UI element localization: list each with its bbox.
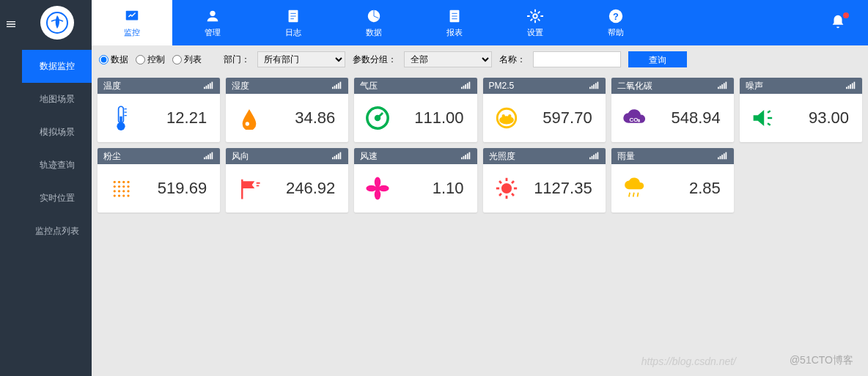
notifications-button[interactable] bbox=[830, 14, 868, 32]
card-body: 1.10 bbox=[354, 164, 477, 213]
signal-icon bbox=[204, 151, 214, 162]
svg-rect-78 bbox=[332, 157, 334, 159]
tab-settings[interactable]: 设置 bbox=[495, 0, 575, 45]
svg-point-101 bbox=[501, 183, 511, 193]
name-input[interactable] bbox=[533, 51, 621, 67]
svg-rect-36 bbox=[593, 84, 595, 89]
metric-card[interactable]: 湿度 34.86 bbox=[226, 78, 348, 142]
radio-list[interactable]: 列表 bbox=[172, 54, 202, 66]
metric-card[interactable]: 雨量 2.85 bbox=[611, 148, 734, 213]
sidebar-item-sim-scene[interactable]: 模拟场景 bbox=[22, 116, 92, 149]
group-select[interactable]: 全部 bbox=[404, 51, 492, 67]
sidebar-item-monitor-list[interactable]: 监控点列表 bbox=[22, 215, 92, 248]
signal-icon bbox=[461, 151, 471, 162]
svg-point-71 bbox=[118, 190, 120, 192]
card-body: 34.86 bbox=[226, 94, 348, 142]
metric-value: 93.00 bbox=[809, 108, 849, 128]
metric-card[interactable]: 温度 12.21 bbox=[98, 78, 220, 142]
svg-point-41 bbox=[501, 114, 504, 117]
svg-point-62 bbox=[114, 181, 116, 183]
metric-card[interactable]: 二氧化碳 CO₂ 548.94 bbox=[611, 78, 734, 142]
svg-rect-90 bbox=[468, 152, 470, 159]
svg-rect-47 bbox=[725, 81, 727, 89]
card-body: 519.69 bbox=[98, 164, 220, 213]
card-body: 597.70 bbox=[483, 94, 606, 142]
svg-line-106 bbox=[499, 181, 501, 183]
svg-line-109 bbox=[512, 181, 514, 183]
chart-icon bbox=[124, 8, 140, 24]
radio-control[interactable]: 控制 bbox=[136, 54, 165, 66]
svg-rect-112 bbox=[721, 155, 723, 159]
svg-line-116 bbox=[633, 193, 633, 197]
metric-value: 1127.35 bbox=[534, 179, 592, 198]
dept-label: 部门： bbox=[224, 54, 250, 66]
svg-point-68 bbox=[122, 185, 125, 188]
hamburger-icon[interactable] bbox=[5, 18, 17, 32]
svg-rect-99 bbox=[595, 153, 597, 159]
signal-icon bbox=[204, 81, 214, 92]
signal-icon bbox=[332, 81, 342, 92]
card-title: 风速 bbox=[360, 150, 378, 163]
tab-label: 帮助 bbox=[608, 27, 624, 38]
signal-icon bbox=[589, 81, 600, 92]
card-body: 111.00 bbox=[354, 94, 477, 142]
metric-icon bbox=[622, 175, 648, 202]
tab-report[interactable]: 报表 bbox=[414, 0, 495, 45]
tab-monitor[interactable]: 监控 bbox=[92, 0, 172, 45]
metric-card[interactable]: 粉尘 519.69 bbox=[98, 148, 220, 213]
metric-card[interactable]: 噪声 93.00 bbox=[740, 78, 862, 142]
side-menu: 数据监控 地图场景 模拟场景 轨迹查询 实时位置 监控点列表 bbox=[22, 0, 92, 376]
query-button[interactable]: 查询 bbox=[628, 51, 687, 67]
card-body: 1127.35 bbox=[483, 164, 606, 213]
card-title: 光照度 bbox=[489, 150, 515, 163]
svg-rect-38 bbox=[597, 81, 598, 89]
signal-icon bbox=[461, 81, 471, 92]
metric-card[interactable]: 气压 111.00 bbox=[354, 78, 477, 142]
tab-help[interactable]: ? 帮助 bbox=[575, 0, 656, 45]
metric-card[interactable]: 风速 1.10 bbox=[354, 148, 477, 213]
sidebar-item-track-query[interactable]: 轨迹查询 bbox=[22, 149, 92, 182]
svg-rect-98 bbox=[593, 155, 595, 159]
metric-card[interactable]: 光照度 1127.35 bbox=[483, 148, 606, 213]
svg-rect-29 bbox=[466, 83, 468, 89]
svg-rect-97 bbox=[591, 155, 592, 158]
svg-point-25 bbox=[246, 122, 249, 125]
sidebar-item-realtime-pos[interactable]: 实时位置 bbox=[22, 182, 92, 215]
svg-rect-89 bbox=[466, 153, 468, 159]
svg-point-70 bbox=[114, 190, 116, 192]
metric-card[interactable]: PM2.5 597.70 bbox=[483, 78, 606, 142]
svg-point-69 bbox=[127, 185, 129, 188]
tab-log[interactable]: 日志 bbox=[253, 0, 334, 45]
sidebar-item-data-monitor[interactable]: 数据监控 bbox=[22, 50, 92, 83]
tab-manage[interactable]: 管理 bbox=[172, 0, 253, 45]
group-label: 参数分组： bbox=[353, 54, 397, 66]
svg-rect-11 bbox=[207, 84, 209, 89]
sidebar-item-map-scene[interactable]: 地图场景 bbox=[22, 83, 92, 116]
svg-rect-50 bbox=[848, 85, 850, 88]
logo[interactable] bbox=[22, 6, 92, 40]
metric-icon bbox=[493, 175, 520, 202]
svg-point-67 bbox=[118, 185, 120, 188]
card-body: 2.85 bbox=[611, 164, 734, 213]
card-body: 12.21 bbox=[98, 94, 220, 142]
svg-rect-13 bbox=[212, 81, 213, 89]
metric-icon bbox=[236, 105, 262, 131]
signal-icon bbox=[846, 81, 856, 92]
metric-card[interactable]: 风向 246.92 bbox=[226, 148, 348, 213]
radio-data[interactable]: 数据 bbox=[99, 54, 128, 66]
tab-data[interactable]: 数据 bbox=[334, 0, 414, 45]
pie-icon bbox=[366, 8, 382, 24]
svg-point-75 bbox=[118, 194, 120, 196]
svg-point-72 bbox=[122, 190, 125, 192]
svg-rect-61 bbox=[212, 152, 213, 159]
doc-icon bbox=[446, 8, 463, 24]
dept-select[interactable]: 所有部门 bbox=[257, 51, 345, 67]
svg-rect-10 bbox=[206, 85, 207, 88]
metric-icon bbox=[364, 175, 391, 202]
card-title: PM2.5 bbox=[489, 81, 515, 91]
card-body: 246.92 bbox=[226, 164, 348, 213]
svg-rect-51 bbox=[850, 84, 851, 89]
svg-rect-28 bbox=[465, 84, 466, 89]
card-header: 风向 bbox=[226, 148, 348, 164]
svg-point-42 bbox=[508, 114, 511, 117]
